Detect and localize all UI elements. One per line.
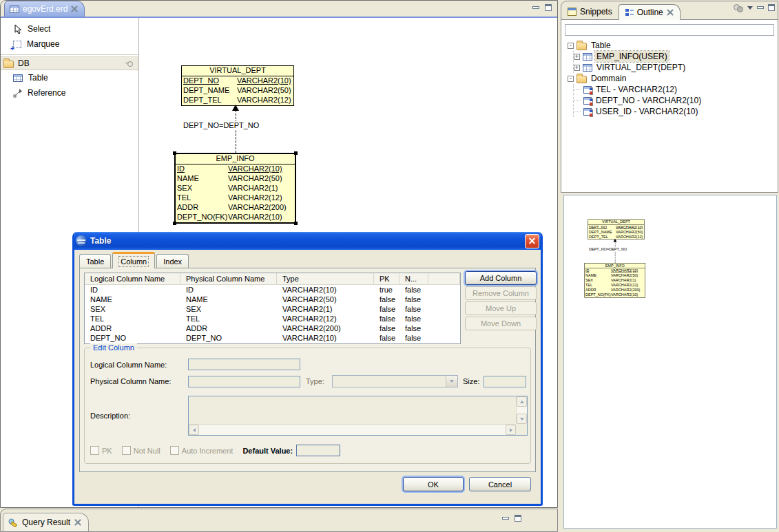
grid-row[interactable]: NAMENAMEVARCHAR2(50)falsefalse [85,295,460,304]
grid-row[interactable]: IDIDVARCHAR2(10)truefalse [85,285,460,295]
tree-item-dept-no-varchar2-10-[interactable]: DEPT_NO - VARCHAR2(10) [574,95,774,106]
palette-drawer-db[interactable]: DB [1,56,138,70]
dialog-tab-table[interactable]: Table [79,254,111,268]
close-icon[interactable] [71,6,78,12]
selection-handle[interactable] [294,222,298,225]
horizontal-scrollbar[interactable] [189,424,516,435]
entity-column: SEXVARCHAR2(1) [585,278,645,283]
entity-column-name: DEPT_NO(FK) [585,292,611,297]
pin-icon[interactable] [127,60,134,67]
reference-arrow-icon [13,89,22,98]
expand-icon[interactable]: + [574,54,580,60]
grid-row[interactable]: ADDRADDRVARCHAR2(200)falsefalse [85,323,460,333]
palette-tool-reference[interactable]: Reference [1,85,138,100]
add-column-button[interactable]: Add Column [465,271,537,285]
grid-header-cell[interactable]: PK [374,273,399,284]
entity-column: DEPT_NAMEVARCHAR2(50) [588,230,644,235]
tree-item-table[interactable]: -Table [565,40,774,51]
relation-label[interactable]: DEPT_NO=DEPT_NO [183,121,260,129]
dialog-tab-index[interactable]: Index [156,254,189,268]
scroll-left-icon[interactable] [189,425,199,435]
entity-column-name: TEL [585,283,611,288]
close-icon[interactable] [667,9,674,16]
tree-item-virtual-dept-dept-[interactable]: +VIRTUAL_DEPT(DEPT) [574,62,774,73]
grid-header-cell[interactable]: N... [399,273,428,284]
expand-icon[interactable]: + [574,65,580,71]
outline-filter-input[interactable] [565,24,774,36]
query-result-tab[interactable]: Query Result [3,513,89,531]
maximize-icon[interactable] [768,4,775,11]
entity-column-type: VARCHAR2(12) [237,96,291,105]
grid-header-cell[interactable]: Logical Column Name [85,273,180,284]
grid-row[interactable]: TELTELVARCHAR2(12)falsefalse [85,314,460,323]
dialog-tab-label: Index [163,257,182,266]
grid-row[interactable]: DEPT_NODEPT_NOVARCHAR2(10)falsefalse [85,333,460,343]
dialog-tab-column[interactable]: Column [112,252,155,268]
grid-cell: VARCHAR2(12) [277,314,374,323]
minimize-icon[interactable] [502,517,509,520]
grid-row[interactable]: SEXSEXVARCHAR2(1)falsefalse [85,304,460,314]
palette-tool-marquee[interactable]: Marquee [1,36,138,52]
selection-handle[interactable] [173,222,176,225]
grid-cell: VARCHAR2(10) [277,333,374,343]
entity-column: DEPT_NOVARCHAR2(10) [588,225,644,230]
outline-tree: -Table+EMP_INFO(USER)+VIRTUAL_DEPT(DEPT)… [565,40,774,117]
cancel-button[interactable]: Cancel [469,477,531,491]
relation-line[interactable] [236,110,236,153]
minimize-icon[interactable] [532,6,539,9]
link-with-editor-icon[interactable] [734,4,743,11]
logical-column-name-label: Logical Column Name: [90,361,188,369]
tree-item-tel-varchar2-12-[interactable]: TEL - VARCHAR2(12) [574,84,774,95]
view-menu-icon[interactable] [747,6,753,10]
tab-outline[interactable]: Outline [619,4,681,20]
diagram-overview-panel[interactable]: VIRTUAL_DEPTDEPT_NOVARCHAR2(10)DEPT_NAME… [563,195,777,529]
selection-handle[interactable] [294,151,298,155]
dialog-close-button[interactable] [525,234,539,248]
grid-cell: TEL [180,314,277,323]
palette-tool-table[interactable]: Table [1,70,138,85]
palette-tool-select[interactable]: Select [1,21,138,36]
selection-handle[interactable] [173,151,176,155]
entity-column-name: TEL [177,193,228,203]
tree-item-user-id-varchar2-10-[interactable]: USER_ID - VARCHAR2(10) [574,106,774,117]
ok-button[interactable]: OK [403,477,464,491]
tab-label: Snippets [580,7,612,17]
scroll-right-icon[interactable] [506,425,516,435]
palette-tool-label: Reference [28,88,65,98]
physical-column-name-label: Physical Column Name: [90,377,188,385]
maximize-icon[interactable] [545,4,552,11]
entity-column-name: NAME [177,174,228,184]
tree-item-emp-info-user-[interactable]: +EMP_INFO(USER) [574,51,774,62]
entity-column-type: VARCHAR2(12) [228,193,282,203]
dialog-footer: OK Cancel [403,477,531,491]
grid-header-cell[interactable]: Physical Column Name [180,273,277,284]
grid-cell: ADDR [85,323,180,333]
palette-tool-label: Marquee [27,39,59,49]
minimize-icon[interactable] [757,6,764,9]
palette-tool-label: Table [28,73,48,83]
auto-increment-checkbox [170,446,179,455]
entity-virtual_dept[interactable]: VIRTUAL_DEPTDEPT_NOVARCHAR2(10)DEPT_NAME… [181,65,294,106]
size-field [484,376,526,387]
tree-item-label: VIRTUAL_DEPT(DEPT) [595,62,687,73]
grid-cell: VARCHAR2(1) [277,304,374,314]
entity-title: VIRTUAL_DEPT [588,220,644,225]
maximize-icon[interactable] [515,515,521,522]
tab-snippets[interactable]: Snippets [561,3,619,19]
vertical-scrollbar[interactable] [516,396,527,424]
scroll-down-icon[interactable] [517,414,527,424]
entity-column-type: VARCHAR2(10) [611,268,638,273]
close-icon[interactable] [74,519,81,526]
grid-header-cell[interactable]: Type [277,273,374,284]
grid-cell: TEL [85,314,180,323]
entity-column-name: DEPT_TEL [589,235,616,240]
dialog-title-bar[interactable]: Table [72,232,543,250]
editor-tab-egoverd[interactable]: egovErd.erd [4,1,85,17]
collapse-icon[interactable]: - [568,43,574,49]
editor-tab-label: egovErd.erd [23,4,67,14]
default-value-field[interactable] [296,445,340,456]
scroll-up-icon[interactable] [517,396,527,407]
collapse-icon[interactable]: - [568,76,574,82]
entity-emp_info[interactable]: EMP_INFOIDVARCHAR2(10)NAMEVARCHAR2(50)SE… [174,153,296,224]
tree-item-dommain[interactable]: -Dommain [565,73,774,84]
